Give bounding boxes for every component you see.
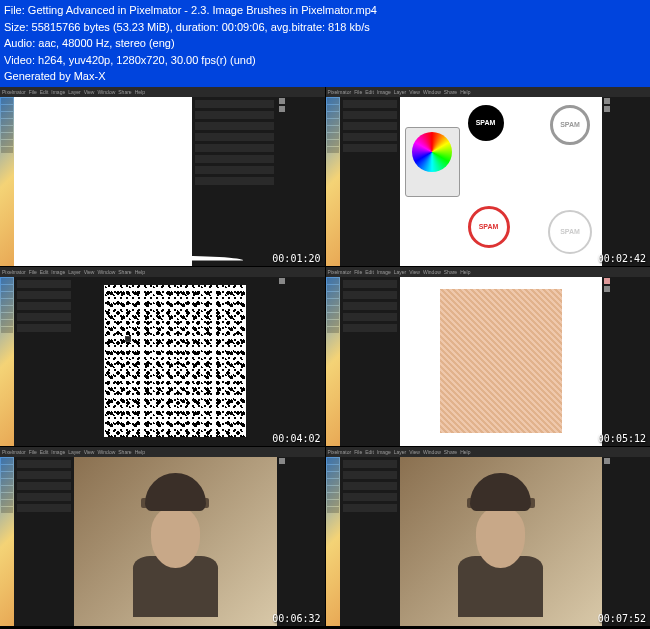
toolbar	[326, 277, 340, 446]
thumbnail-6[interactable]: PixelmatorFileEditImageLayerViewWindowSh…	[326, 447, 651, 626]
canvas	[400, 277, 603, 446]
menubar: PixelmatorFileEditImageLayerViewWindowSh…	[326, 447, 651, 457]
canvas	[74, 457, 277, 626]
menubar: PixelmatorFileEditImageLayerViewWindowSh…	[0, 87, 325, 97]
layers-panel	[277, 457, 325, 626]
toolbar	[0, 457, 14, 626]
spam-stamp-gray: SPAM	[550, 105, 590, 145]
orange-texture	[440, 289, 562, 433]
layer-item	[277, 97, 325, 105]
timestamp: 00:04:02	[272, 433, 320, 444]
timestamp: 00:05:12	[598, 433, 646, 444]
toolbar	[326, 457, 340, 626]
menubar: PixelmatorFileEditImageLayerViewWindowSh…	[326, 87, 651, 97]
layers-panel	[277, 277, 325, 446]
layer-item	[602, 105, 650, 113]
timestamp: 00:02:42	[598, 253, 646, 264]
layer-item	[602, 285, 650, 293]
canvas	[14, 97, 192, 266]
brushes-panel	[340, 97, 400, 266]
thumbnail-1[interactable]: PixelmatorFileEditImageLayerViewWindowSh…	[0, 87, 325, 266]
thumbnail-grid: PixelmatorFileEditImageLayerViewWindowSh…	[0, 87, 650, 626]
generated-line: Generated by Max-X	[4, 68, 646, 85]
media-info-header: File: Getting Advanced in Pixelmator - 2…	[0, 0, 650, 87]
timestamp: 00:01:20	[272, 253, 320, 264]
layer-item	[602, 457, 650, 465]
layers-panel	[277, 97, 325, 266]
layers-panel	[602, 457, 650, 626]
spam-stamp-black: SPAM	[468, 105, 504, 141]
layer-item	[277, 457, 325, 465]
spam-stamp-light: SPAM	[548, 210, 592, 254]
toolbar	[0, 277, 14, 446]
menubar: PixelmatorFileEditImageLayerViewWindowSh…	[0, 267, 325, 277]
color-picker	[405, 127, 460, 197]
audio-line: Audio: aac, 48000 Hz, stereo (eng)	[4, 35, 646, 52]
video-line: Video: h264, yuv420p, 1280x720, 30.00 fp…	[4, 52, 646, 69]
canvas	[74, 277, 277, 446]
thumbnail-2[interactable]: PixelmatorFileEditImageLayerViewWindowSh…	[326, 87, 651, 266]
grunge-texture	[104, 285, 246, 437]
brushes-panel	[192, 97, 277, 266]
layer-item	[277, 105, 325, 113]
spam-stamp-red: SPAM	[468, 206, 510, 248]
file-line: File: Getting Advanced in Pixelmator - 2…	[4, 2, 646, 19]
portrait-image	[115, 465, 237, 617]
timestamp: 00:07:52	[598, 613, 646, 624]
thumbnail-5[interactable]: PixelmatorFileEditImageLayerViewWindowSh…	[0, 447, 325, 626]
canvas	[400, 457, 603, 626]
layers-panel	[602, 277, 650, 446]
timestamp: 00:06:32	[272, 613, 320, 624]
context-menu	[125, 336, 131, 342]
canvas: SPAM SPAM SPAM SPAM	[400, 97, 603, 266]
color-wheel-icon	[412, 132, 452, 172]
menubar: PixelmatorFileEditImageLayerViewWindowSh…	[0, 447, 325, 457]
brushes-panel	[14, 277, 74, 446]
brushes-panel	[340, 277, 400, 446]
layer-item	[602, 97, 650, 105]
brushes-panel	[340, 457, 400, 626]
size-line: Size: 55815766 bytes (53.23 MiB), durati…	[4, 19, 646, 36]
portrait-image	[440, 465, 562, 617]
layer-item	[602, 277, 650, 285]
layer-item	[277, 277, 325, 285]
menubar: PixelmatorFileEditImageLayerViewWindowSh…	[326, 267, 651, 277]
brushes-panel	[14, 457, 74, 626]
toolbar	[326, 97, 340, 266]
thumbnail-4[interactable]: PixelmatorFileEditImageLayerViewWindowSh…	[326, 267, 651, 446]
thumbnail-3[interactable]: PixelmatorFileEditImageLayerViewWindowSh…	[0, 267, 325, 446]
layers-panel	[602, 97, 650, 266]
toolbar	[0, 97, 14, 266]
